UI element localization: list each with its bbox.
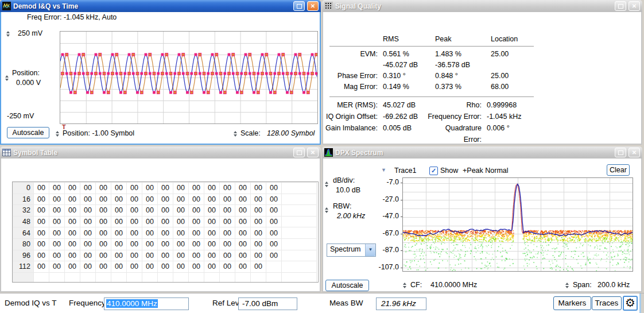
- dpx-titlebar[interactable]: DPX Spectrum ✕: [322, 146, 642, 159]
- spectrum-view-select[interactable]: Spectrum ▼: [327, 244, 376, 257]
- symbol-cell: 00: [266, 238, 282, 250]
- symbol-cell: 00: [80, 194, 96, 205]
- symbol-cell: 00: [142, 205, 158, 217]
- sq-peak-value: 1.483 %: [430, 49, 486, 60]
- restore-button[interactable]: [615, 148, 626, 157]
- sq-summary-label: MER (RMS):: [323, 99, 378, 111]
- sq-summary-value: -1.045 kHz: [482, 111, 641, 122]
- symbol-table-titlebar[interactable]: Symbol Table ✕: [0, 146, 321, 159]
- dpx-y-tick-label: -67.0: [323, 229, 399, 237]
- x-scale-spinner-icon[interactable]: [233, 131, 238, 137]
- ref-level-input[interactable]: -7.00 dBm: [238, 297, 297, 310]
- symbol-cell: 00: [111, 183, 127, 194]
- sq-row: Phase Error:0.310 °0.848 °25.00: [323, 71, 641, 82]
- close-icon: ✕: [311, 150, 315, 156]
- sq-summary-value: -69.262 dB: [378, 111, 427, 122]
- symbol-row: 000000000000000000000000000000000: [13, 183, 317, 194]
- span-value[interactable]: 200.0 kHz: [598, 281, 630, 289]
- y-min-label: -250 mV: [7, 112, 34, 120]
- symbol-cell: 00: [204, 183, 220, 194]
- symbol-cell: 00: [266, 194, 282, 205]
- symbol-cell: 00: [127, 238, 142, 250]
- close-button[interactable]: ✕: [307, 148, 319, 157]
- window-demod-iq-vs-time: Demod I&Q vs Time ✕ Freq Error: -1.045 k…: [0, 0, 321, 145]
- settings-button[interactable]: ⚙: [623, 296, 638, 311]
- bar-end-filler: [641, 293, 644, 313]
- symbol-cell: 00: [204, 205, 220, 217]
- autoscale-button[interactable]: Autoscale: [325, 280, 369, 291]
- dpx-y-tick-label: -107.0: [323, 263, 399, 271]
- demod-body: Freq Error: -1.045 kHz, Auto 250 mV Posi…: [0, 12, 321, 145]
- symbol-cell: 00: [127, 216, 142, 227]
- sq-summary-value: 0.999968: [482, 99, 641, 111]
- window-title: Demod I&Q vs Time: [13, 2, 291, 10]
- symbol-cell: [251, 272, 266, 283]
- symbol-cell: 00: [127, 205, 142, 217]
- clear-button[interactable]: Clear: [607, 164, 630, 176]
- cf-spinner-icon[interactable]: [402, 283, 408, 288]
- symbol-cell: [49, 272, 65, 283]
- symbol-cell: 00: [142, 250, 158, 261]
- symbol-cell: 00: [158, 238, 173, 250]
- symbol-cell: 00: [220, 205, 235, 217]
- close-button[interactable]: ✕: [629, 1, 640, 11]
- symbol-cell: [158, 272, 173, 283]
- symbol-cell: 00: [173, 194, 189, 205]
- symbol-cell: 00: [204, 194, 220, 205]
- sq-column-header: RMS: [378, 34, 430, 45]
- gear-icon: ⚙: [625, 296, 635, 309]
- span-label: Span:: [573, 281, 592, 289]
- symbol-cell: 00: [111, 227, 127, 239]
- symbol-cell: 00: [96, 205, 111, 217]
- restore-icon: [618, 150, 623, 155]
- symbol-cell: 00: [251, 250, 266, 261]
- sq-location-value: 68.00: [486, 82, 537, 92]
- symbol-row-address: 16: [13, 194, 34, 205]
- symbol-cell: 00: [189, 194, 204, 205]
- dpx-plot: [402, 177, 633, 272]
- span-spinner-icon[interactable]: [565, 283, 570, 288]
- symbol-cell: 00: [80, 238, 96, 250]
- symbol-cell: 00: [65, 250, 80, 261]
- autoscale-button[interactable]: Autoscale: [7, 127, 49, 138]
- symbol-cell: 00: [158, 205, 173, 217]
- frequency-input[interactable]: 410.0000 MHz: [104, 297, 189, 310]
- markers-button[interactable]: Markers: [553, 296, 591, 310]
- restore-button[interactable]: [293, 1, 305, 11]
- symbol-cell: 00: [266, 227, 282, 239]
- symbol-row-empty: [13, 272, 317, 283]
- close-button[interactable]: ✕: [629, 148, 640, 157]
- symbol-table-scroll-area[interactable]: 0000000000000000000000000000000001600000…: [12, 181, 319, 283]
- symbol-cell: 00: [173, 250, 189, 261]
- symbol-cell: 00: [189, 227, 204, 239]
- symbol-cell: 00: [251, 216, 266, 227]
- restore-button[interactable]: [615, 1, 626, 11]
- traces-button[interactable]: Traces: [592, 296, 622, 310]
- x-position-readout[interactable]: Position: -1.00 Symbol: [63, 129, 134, 137]
- close-button[interactable]: ✕: [307, 1, 319, 11]
- symbol-cell: 00: [173, 261, 189, 273]
- y-max-label[interactable]: 250 mV: [18, 29, 42, 37]
- symbol-cell: 00: [65, 205, 80, 217]
- meas-bw-input[interactable]: 21.96 kHz: [376, 297, 426, 310]
- signal-quality-titlebar[interactable]: Signal Quality ✕: [322, 0, 642, 12]
- demod-titlebar[interactable]: Demod I&Q vs Time ✕: [0, 0, 321, 12]
- symbol-cell: 00: [204, 261, 220, 273]
- x-scale-label: Scale:: [240, 129, 261, 137]
- symbol-cell: 00: [251, 194, 266, 205]
- symbol-cell-empty: [282, 194, 317, 205]
- spectrum-view-value: Spectrum: [327, 244, 365, 256]
- symbol-row: 9600000000000000000000000000000000: [13, 250, 317, 261]
- y-position-value[interactable]: 0.000 V: [16, 79, 41, 87]
- show-checkbox[interactable]: ✓: [429, 167, 438, 175]
- cf-value[interactable]: 410.0000 MHz: [430, 281, 477, 289]
- symbol-cell-empty: [282, 216, 317, 227]
- x-scale-value[interactable]: 128.00 Symbol: [267, 129, 315, 137]
- x-position-spinner-icon[interactable]: [55, 131, 60, 137]
- symbol-row-address: 48: [13, 216, 34, 227]
- sq-row: EVM:0.561 %1.483 %25.00: [323, 49, 641, 60]
- y-scale-spinner-icon[interactable]: [6, 31, 11, 37]
- sq-divider: [329, 46, 534, 47]
- restore-button[interactable]: [293, 148, 305, 157]
- y-position-spinner-icon[interactable]: [5, 75, 10, 81]
